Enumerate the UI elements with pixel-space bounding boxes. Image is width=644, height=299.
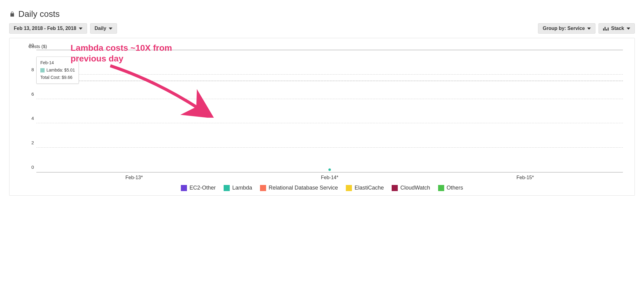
hover-dot: [328, 168, 331, 171]
chart-tooltip: Feb-14 Lambda: $5.01 Total Cost: $9.66: [36, 57, 79, 84]
chevron-down-icon: [627, 28, 630, 30]
x-tick: Feb-13*: [87, 175, 181, 180]
groupby-dropdown[interactable]: Group by: Service: [538, 23, 595, 34]
tooltip-series: Lambda: $5.01: [46, 67, 75, 74]
page-title: Daily costs: [18, 9, 60, 19]
legend-label: Lambda: [232, 185, 252, 191]
chevron-down-icon: [79, 28, 82, 30]
granularity-label: Daily: [95, 26, 106, 31]
y-tick: 10: [25, 42, 34, 48]
legend: EC2-OtherLambdaRelational Database Servi…: [18, 185, 626, 191]
legend-item[interactable]: Others: [438, 185, 463, 191]
toolbar: Feb 13, 2018 - Feb 15, 2018 Daily Group …: [9, 23, 635, 34]
y-axis-label: Costs ($): [28, 44, 626, 49]
legend-swatch: [224, 185, 230, 191]
viewmode-dropdown[interactable]: Stack: [598, 23, 635, 34]
granularity-dropdown[interactable]: Daily: [90, 23, 117, 34]
legend-label: CloudWatch: [400, 185, 430, 191]
legend-item[interactable]: ElastiCache: [346, 185, 384, 191]
y-tick: 0: [25, 164, 34, 170]
y-tick: 6: [25, 91, 34, 96]
legend-swatch: [438, 185, 444, 191]
x-axis-ticks: Feb-13*Feb-14*Feb-15*: [36, 175, 623, 180]
chevron-down-icon: [109, 28, 112, 30]
x-tick: Feb-15*: [478, 175, 572, 180]
legend-item[interactable]: Lambda: [224, 185, 252, 191]
legend-label: ElastiCache: [354, 185, 384, 191]
bar-chart-icon: [603, 26, 609, 31]
legend-item[interactable]: Relational Database Service: [260, 185, 338, 191]
plot-area[interactable]: 0246810: [36, 50, 623, 172]
chart-container: Costs ($) 0246810 Feb-13*Feb-14*Feb-15* …: [9, 38, 635, 196]
tooltip-swatch: [40, 68, 45, 72]
legend-swatch: [181, 185, 187, 191]
page-title-row: Daily costs: [9, 9, 635, 19]
y-tick: 4: [25, 116, 34, 121]
legend-label: EC2-Other: [189, 185, 216, 191]
legend-item[interactable]: EC2-Other: [181, 185, 216, 191]
viewmode-label: Stack: [611, 26, 624, 31]
chevron-down-icon: [587, 28, 591, 30]
groupby-label: Group by: Service: [543, 26, 585, 31]
legend-swatch: [260, 185, 266, 191]
legend-item[interactable]: CloudWatch: [392, 185, 430, 191]
y-tick: 2: [25, 140, 34, 145]
legend-label: Relational Database Service: [269, 185, 338, 191]
tooltip-total: Total Cost: $9.66: [40, 74, 75, 81]
date-range-label: Feb 13, 2018 - Feb 15, 2018: [14, 26, 76, 31]
legend-swatch: [346, 185, 352, 191]
y-tick: 8: [25, 67, 34, 72]
lock-icon: [9, 10, 15, 18]
x-tick: Feb-14*: [283, 175, 376, 180]
legend-label: Others: [447, 185, 463, 191]
legend-swatch: [392, 185, 398, 191]
tooltip-date: Feb-14: [40, 59, 75, 67]
date-range-dropdown[interactable]: Feb 13, 2018 - Feb 15, 2018: [9, 23, 87, 34]
